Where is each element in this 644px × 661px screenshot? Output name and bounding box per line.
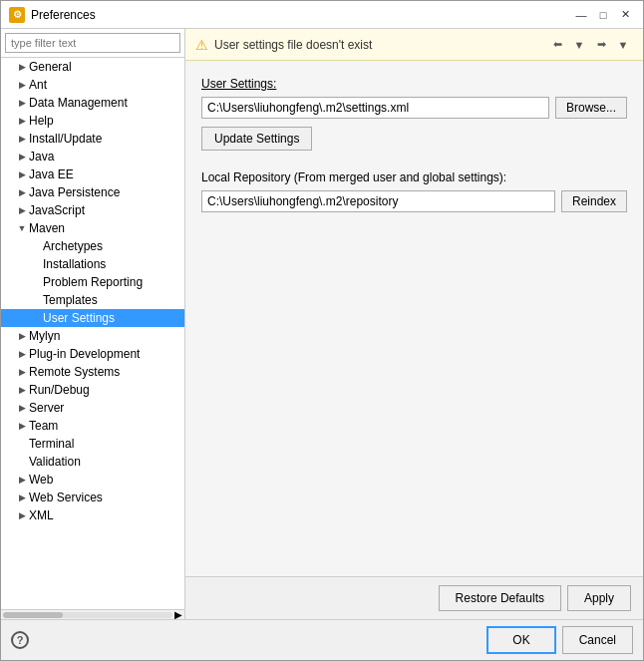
scroll-thumb[interactable] (3, 612, 63, 618)
expand-arrow: ▶ (15, 473, 29, 487)
sidebar-item-java-ee[interactable]: ▶ Java EE (1, 165, 184, 183)
scroll-track (3, 612, 172, 618)
sidebar-item-general[interactable]: ▶ General (1, 58, 184, 76)
sidebar-item-label: User Settings (43, 311, 115, 325)
horizontal-scrollbar[interactable]: ▶ (1, 609, 184, 619)
footer-buttons: OK Cancel (486, 626, 633, 654)
expand-arrow: ▶ (15, 383, 29, 397)
tree-container[interactable]: ▶ General ▶ Ant ▶ Data Management ▶ Help (1, 58, 184, 609)
sidebar-item-user-settings[interactable]: User Settings (1, 309, 184, 327)
expand-arrow: ▶ (15, 365, 29, 379)
expand-arrow: ▶ (15, 329, 29, 343)
nav-forward-button[interactable]: ➡ (591, 36, 611, 54)
expand-arrow: ▶ (15, 78, 29, 92)
nav-forward-dropdown-button[interactable]: ▼ (613, 36, 633, 54)
sidebar-item-ant[interactable]: ▶ Ant (1, 76, 184, 94)
sidebar-item-label: Help (29, 114, 54, 128)
expand-arrow: ▶ (15, 203, 29, 217)
restore-defaults-button[interactable]: Restore Defaults (439, 585, 561, 611)
sidebar-item-label: General (29, 60, 72, 74)
expand-arrow: ▼ (15, 221, 29, 235)
sidebar-item-install-update[interactable]: ▶ Install/Update (1, 130, 184, 148)
sidebar-item-xml[interactable]: ▶ XML (1, 506, 184, 524)
sidebar-item-mylyn[interactable]: ▶ Mylyn (1, 327, 184, 345)
local-repo-group: Local Repository (From merged user and g… (201, 170, 627, 212)
apply-button[interactable]: Apply (567, 585, 631, 611)
sidebar-item-web-services[interactable]: ▶ Web Services (1, 489, 184, 506)
sidebar-item-team[interactable]: ▶ Team (1, 417, 184, 435)
ok-button[interactable]: OK (486, 626, 555, 654)
sidebar-item-server[interactable]: ▶ Server (1, 399, 184, 417)
sidebar-item-label: Plug-in Development (29, 347, 140, 361)
sidebar-item-run-debug[interactable]: ▶ Run/Debug (1, 381, 184, 399)
sidebar-item-installations[interactable]: Installations (1, 255, 184, 273)
window-controls: — □ ✕ (571, 6, 635, 24)
sidebar-item-remote-systems[interactable]: ▶ Remote Systems (1, 363, 184, 381)
sidebar-item-label: Validation (29, 455, 81, 469)
nav-dropdown-button[interactable]: ▼ (569, 36, 589, 54)
sidebar-item-maven[interactable]: ▼ Maven (1, 219, 184, 237)
sidebar-item-web[interactable]: ▶ Web (1, 471, 184, 489)
sidebar-item-label: Templates (43, 293, 98, 307)
expand-arrow: ▶ (15, 167, 29, 181)
bottom-action-bar: Restore Defaults Apply (185, 576, 643, 619)
expand-arrow: ▶ (15, 60, 29, 74)
sidebar-item-label: Remote Systems (29, 365, 120, 379)
sidebar-item-label: Java (29, 150, 54, 164)
reindex-button[interactable]: Reindex (561, 190, 627, 212)
sidebar-item-templates[interactable]: Templates (1, 291, 184, 309)
sidebar-item-help[interactable]: ▶ Help (1, 112, 184, 130)
sidebar-item-archetypes[interactable]: Archetypes (1, 237, 184, 255)
sidebar-item-label: Run/Debug (29, 383, 90, 397)
update-settings-button[interactable]: Update Settings (201, 127, 312, 151)
preferences-window: ⚙ Preferences — □ ✕ ▶ General ▶ (0, 0, 644, 661)
expand-arrow (15, 437, 29, 451)
sidebar-item-terminal[interactable]: Terminal (1, 435, 184, 453)
user-settings-label-text: User Settings: (201, 77, 276, 91)
window-icon: ⚙ (9, 7, 25, 23)
sidebar-item-label: Problem Reporting (43, 275, 143, 289)
sidebar-item-label: Java EE (29, 167, 74, 181)
help-button[interactable]: ? (11, 631, 29, 649)
minimize-button[interactable]: — (571, 6, 591, 24)
info-message: User settings file doesn't exist (214, 38, 372, 52)
cancel-button[interactable]: Cancel (562, 626, 633, 654)
sidebar-item-java[interactable]: ▶ Java (1, 148, 184, 165)
expand-arrow: ▶ (15, 185, 29, 199)
expand-arrow (15, 455, 29, 469)
sidebar-item-data-management[interactable]: ▶ Data Management (1, 94, 184, 112)
sidebar-item-label: XML (29, 508, 54, 522)
footer-row: ? OK Cancel (1, 619, 643, 660)
settings-content: User Settings: Browse... Update Settings… (185, 61, 643, 576)
expand-arrow: ▶ (15, 150, 29, 164)
sidebar-item-validation[interactable]: Validation (1, 453, 184, 471)
user-settings-label: User Settings: (201, 77, 627, 91)
sidebar-item-label: Ant (29, 78, 47, 92)
sidebar-item-label: Server (29, 401, 64, 415)
user-settings-path-input[interactable] (201, 97, 549, 119)
maximize-button[interactable]: □ (593, 6, 613, 24)
browse-button[interactable]: Browse... (555, 97, 627, 119)
local-repo-path-input[interactable] (201, 190, 555, 212)
close-button[interactable]: ✕ (615, 6, 635, 24)
sidebar-item-javascript[interactable]: ▶ JavaScript (1, 201, 184, 219)
scroll-right-btn[interactable]: ▶ (174, 609, 182, 619)
right-panel: ⚠ User settings file doesn't exist ⬅ ▼ ➡… (185, 29, 643, 619)
expand-arrow (29, 311, 43, 325)
nav-back-button[interactable]: ⬅ (547, 36, 567, 54)
warning-icon: ⚠ (195, 37, 208, 53)
sidebar-item-problem-reporting[interactable]: Problem Reporting (1, 273, 184, 291)
title-bar: ⚙ Preferences — □ ✕ (1, 1, 643, 29)
expand-arrow: ▶ (15, 401, 29, 415)
sidebar-item-java-persistence[interactable]: ▶ Java Persistence (1, 183, 184, 201)
expand-arrow: ▶ (15, 347, 29, 361)
sidebar-item-label: Data Management (29, 96, 128, 110)
expand-arrow: ▶ (15, 491, 29, 504)
sidebar-item-plugin-development[interactable]: ▶ Plug-in Development (1, 345, 184, 363)
expand-arrow: ▶ (15, 419, 29, 433)
sidebar-item-label: Mylyn (29, 329, 60, 343)
sidebar-item-label: Team (29, 419, 58, 433)
left-panel: ▶ General ▶ Ant ▶ Data Management ▶ Help (1, 29, 185, 619)
expand-arrow: ▶ (15, 508, 29, 522)
filter-input[interactable] (5, 33, 180, 53)
